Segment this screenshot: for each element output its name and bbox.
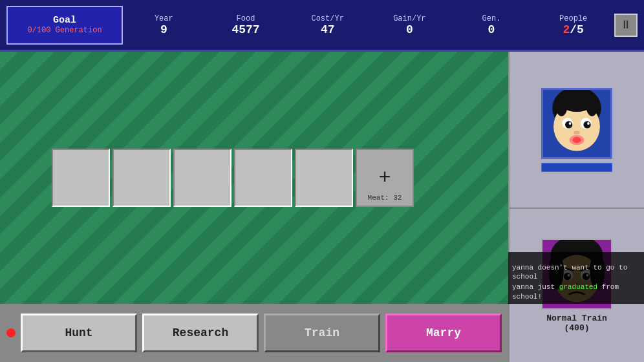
hunt-label: Hunt bbox=[65, 326, 92, 339]
field-area: + Meat: 32 bbox=[0, 52, 508, 304]
inventory-slot-5[interactable] bbox=[295, 149, 353, 207]
plus-icon: + bbox=[378, 166, 391, 190]
goal-sub: 0/100 Generation bbox=[27, 26, 102, 35]
inventory-slot-2[interactable] bbox=[113, 149, 171, 207]
svg-point-5 bbox=[583, 121, 590, 128]
pause-icon: ⏸ bbox=[620, 18, 632, 32]
gainyr-label: Gain/Yr bbox=[393, 14, 425, 23]
chat-highlight-2: graduated bbox=[559, 283, 597, 291]
food-value: 4577 bbox=[231, 23, 259, 36]
gainyr-value: 0 bbox=[406, 23, 413, 36]
add-item-button[interactable]: + Meat: 32 bbox=[356, 149, 414, 207]
goal-label: Goal bbox=[53, 15, 76, 26]
chat-text-1: yanna doesn't want to go to school bbox=[512, 264, 627, 281]
svg-point-10 bbox=[572, 136, 581, 142]
people-label: People bbox=[559, 14, 587, 23]
gen-value: 0 bbox=[488, 23, 495, 36]
gen-stat: Gen. 0 bbox=[451, 14, 533, 36]
costyr-stat: Cost/Yr 47 bbox=[286, 14, 369, 36]
person1-portrait[interactable] bbox=[541, 88, 612, 159]
people-stat: People 2/5 bbox=[532, 14, 614, 36]
research-button[interactable]: Research bbox=[142, 314, 259, 352]
gen-label: Gen. bbox=[482, 14, 501, 23]
costyr-label: Cost/Yr bbox=[311, 14, 343, 23]
research-label: Research bbox=[173, 326, 228, 339]
year-label: Year bbox=[155, 14, 173, 23]
person1-face bbox=[543, 90, 610, 157]
person1-area bbox=[510, 52, 644, 209]
person2-label-line1: Normal Train bbox=[546, 314, 607, 323]
inventory-slots: + Meat: 32 bbox=[52, 149, 414, 207]
svg-point-8 bbox=[574, 131, 579, 134]
header-bar: Goal 0/100 Generation Year 9 Food 4577 C… bbox=[0, 0, 644, 52]
person1-health-bar bbox=[541, 163, 612, 172]
year-stat: Year 9 bbox=[123, 14, 205, 36]
inventory-slot-3[interactable] bbox=[173, 149, 231, 207]
bottom-bar: Hunt Research Train Marry bbox=[0, 304, 508, 362]
chat-area: yanna doesn't want to go to school yanna… bbox=[508, 252, 644, 304]
game-area: + Meat: 32 Hunt Research Train Marry bbox=[0, 52, 644, 362]
main-panel: + Meat: 32 Hunt Research Train Marry bbox=[0, 52, 508, 362]
food-stat: Food 4577 bbox=[205, 14, 287, 36]
meat-label: Meat: 32 bbox=[368, 194, 402, 202]
people-value: 2/5 bbox=[563, 23, 583, 36]
hunt-button[interactable]: Hunt bbox=[21, 314, 137, 352]
person2-label: Normal Train (400) bbox=[546, 314, 607, 333]
goal-box: Goal 0/100 Generation bbox=[6, 6, 123, 45]
red-indicator bbox=[6, 328, 16, 337]
gainyr-stat: Gain/Yr 0 bbox=[369, 14, 451, 36]
person2-label-line2: (400) bbox=[564, 323, 589, 333]
svg-point-13 bbox=[586, 94, 598, 116]
marry-button[interactable]: Marry bbox=[385, 314, 502, 352]
inventory-slot-1[interactable] bbox=[52, 149, 110, 207]
svg-point-7 bbox=[587, 122, 590, 125]
svg-point-6 bbox=[569, 122, 572, 125]
train-label: Train bbox=[305, 326, 339, 339]
chat-line-2: yanna just graduated from school! bbox=[512, 282, 640, 301]
food-label: Food bbox=[237, 14, 255, 23]
people-current: 2 bbox=[563, 23, 570, 36]
year-value: 9 bbox=[160, 23, 167, 36]
svg-point-4 bbox=[565, 121, 572, 128]
pause-button[interactable]: ⏸ bbox=[614, 14, 638, 37]
train-button[interactable]: Train bbox=[264, 314, 380, 352]
chat-prefix-2: yanna just bbox=[512, 283, 559, 291]
right-panel: Normal Train (400) bbox=[508, 52, 644, 362]
marry-label: Marry bbox=[426, 326, 461, 339]
inventory-slot-4[interactable] bbox=[234, 149, 292, 207]
costyr-value: 47 bbox=[321, 23, 335, 36]
svg-point-12 bbox=[555, 94, 568, 116]
people-total: /5 bbox=[570, 23, 584, 36]
chat-line-1: yanna doesn't want to go to school bbox=[512, 263, 640, 282]
